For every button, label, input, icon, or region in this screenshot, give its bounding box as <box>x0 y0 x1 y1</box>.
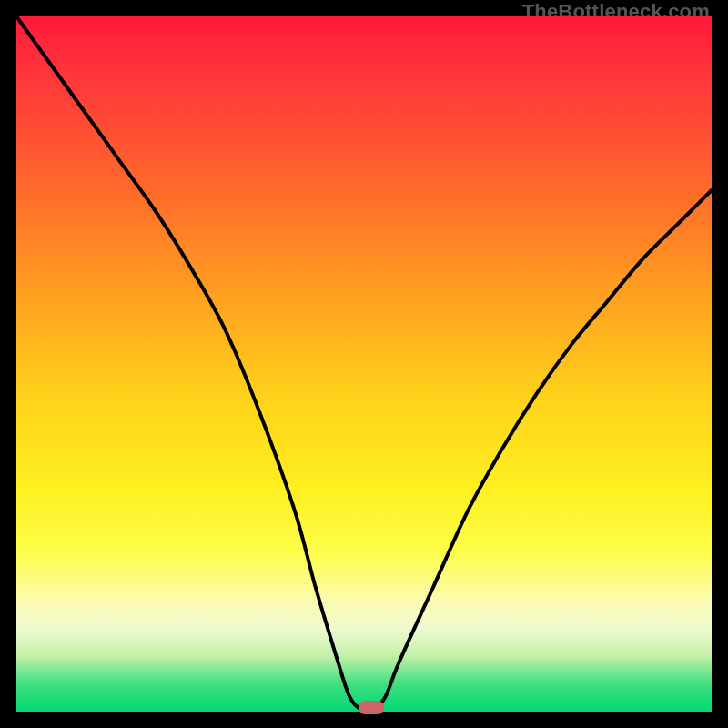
plot-area <box>16 16 712 712</box>
chart-frame: TheBottleneck.com <box>0 0 728 728</box>
bottleneck-curve <box>16 16 712 712</box>
curve-path <box>16 16 712 713</box>
optimum-marker <box>359 701 384 714</box>
